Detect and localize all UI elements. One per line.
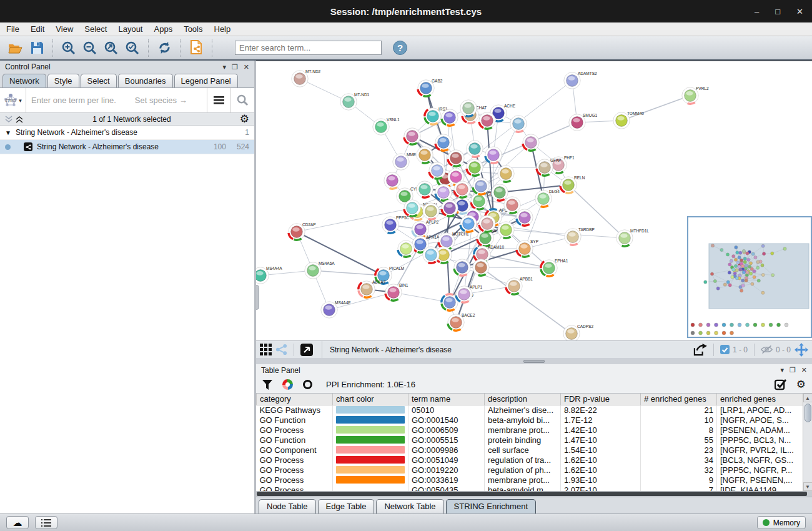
close-button[interactable]: ✕ xyxy=(796,7,803,16)
protein-node[interactable] xyxy=(381,169,404,192)
protein-node[interactable]: TOMM40 xyxy=(613,111,645,129)
share-view-icon[interactable] xyxy=(275,344,287,355)
maximize-button[interactable]: □ xyxy=(775,7,780,16)
export-network-icon[interactable] xyxy=(693,344,707,356)
protein-node[interactable]: MTHFD1L xyxy=(613,227,650,250)
table-panel-close-icon[interactable]: ✕ xyxy=(801,366,807,374)
tab-legend-panel[interactable]: Legend Panel xyxy=(174,74,238,87)
network-canvas[interactable]: MT-ND2MT-ND1VSNL1GAB2IRS1CHATACHEADAMTS2… xyxy=(256,61,812,340)
protein-node[interactable]: VSNL1 xyxy=(373,117,400,135)
tree-expand-icon[interactable]: ▼ xyxy=(5,129,11,136)
protein-node[interactable]: MME xyxy=(393,152,417,170)
panel-float-icon[interactable]: ❐ xyxy=(232,63,238,71)
panel-close-icon[interactable]: ✕ xyxy=(244,63,249,71)
birdseye-view[interactable] xyxy=(687,216,812,338)
tab-style[interactable]: Style xyxy=(47,74,79,87)
protein-node[interactable]: MT-ND1 xyxy=(340,92,370,110)
column-header[interactable]: enriched genes xyxy=(717,394,803,405)
enrichment-table[interactable]: categorychart colorterm namedescriptionF… xyxy=(256,394,803,491)
menu-tools[interactable]: Tools xyxy=(184,24,202,34)
string-query-input[interactable]: Enter one term per line. Set species → xyxy=(26,96,207,105)
table-settings-gear-icon[interactable]: ⚙ xyxy=(796,379,806,390)
filter-icon[interactable] xyxy=(262,380,272,390)
open-session-button[interactable] xyxy=(5,39,26,57)
protein-node[interactable] xyxy=(451,256,474,279)
grid-view-icon[interactable] xyxy=(260,344,272,355)
protein-node[interactable]: PVRL2 xyxy=(679,84,709,107)
tab-edge-table[interactable]: Edge Table xyxy=(318,499,375,514)
canvas-left-grip[interactable] xyxy=(256,285,259,310)
zoom-out-button[interactable] xyxy=(79,39,101,57)
protein-node[interactable] xyxy=(520,131,543,154)
column-header[interactable]: category xyxy=(257,394,333,405)
table-vertical-scrollbar[interactable]: ▲ ▼ xyxy=(803,394,812,491)
protein-node[interactable]: RELN xyxy=(557,174,585,197)
expand-all-icon[interactable] xyxy=(16,116,24,123)
table-row[interactable]: GO Process GO:0033619membrane prot...1.9… xyxy=(257,475,803,485)
network-options-gear-icon[interactable]: ⚙ xyxy=(240,114,249,124)
protein-node[interactable]: DLG4 xyxy=(532,187,560,211)
collapse-all-icon[interactable] xyxy=(5,116,13,123)
menu-layout[interactable]: Layout xyxy=(118,24,142,34)
save-session-button[interactable] xyxy=(26,39,47,57)
search-input[interactable] xyxy=(235,41,382,55)
menu-edit[interactable]: Edit xyxy=(31,24,44,34)
set-species-label[interactable]: Set species → xyxy=(135,96,187,105)
protein-node[interactable]: ABCA7 xyxy=(355,278,386,301)
network-from-file-button[interactable] xyxy=(186,39,207,57)
menu-file[interactable]: File xyxy=(6,24,19,34)
minimize-button[interactable]: – xyxy=(755,7,759,16)
protein-node[interactable]: MS4A6A xyxy=(305,261,335,279)
protein-node[interactable]: BACE2 xyxy=(445,311,475,334)
protein-node[interactable]: MS4A4E xyxy=(321,300,352,318)
protein-node[interactable]: CADPS2 xyxy=(563,324,594,340)
help-button[interactable]: ? xyxy=(393,41,407,55)
network-collection-row[interactable]: ▼ String Network - Alzheimer's disease 1 xyxy=(0,126,254,140)
refresh-button[interactable] xyxy=(154,39,175,57)
scroll-down-icon[interactable]: ▼ xyxy=(803,482,812,491)
protein-node[interactable]: GAB2 xyxy=(415,77,443,100)
menu-help[interactable]: Help xyxy=(214,24,231,34)
table-row[interactable]: GO Process GO:0051049regulation of tra..… xyxy=(257,455,803,465)
zoom-in-button[interactable] xyxy=(58,39,79,57)
tab-boundaries[interactable]: Boundaries xyxy=(118,74,173,87)
protein-node[interactable]: MT-ND2 xyxy=(292,69,321,87)
zoom-selected-button[interactable] xyxy=(122,39,143,57)
table-panel-collapse-icon[interactable]: ▾ xyxy=(780,366,784,374)
string-search-button[interactable] xyxy=(230,88,254,112)
table-horizontal-scrollbar[interactable] xyxy=(256,491,812,497)
table-row[interactable]: GO Function GO:0005515protein binding1.4… xyxy=(257,435,803,445)
scrollbar-thumb[interactable] xyxy=(805,404,811,422)
table-row[interactable]: GO Process GO:0019220regulation of ph...… xyxy=(257,465,803,475)
tab-string-enrichment[interactable]: STRING Enrichment xyxy=(446,499,536,514)
table-panel-float-icon[interactable]: ❐ xyxy=(790,366,796,374)
protein-node[interactable]: APBB1 xyxy=(503,275,533,298)
protein-node[interactable] xyxy=(482,144,505,167)
panel-collapse-icon[interactable]: ▾ xyxy=(222,63,226,71)
string-options-button[interactable] xyxy=(207,88,230,112)
menu-view[interactable]: View xyxy=(56,24,73,34)
protein-node[interactable]: ADAMTS2 xyxy=(564,71,597,89)
column-header[interactable]: chart color xyxy=(333,394,408,405)
table-row[interactable]: GO Function GO:0001540beta-amyloid bi...… xyxy=(257,415,803,425)
menu-apps[interactable]: Apps xyxy=(154,24,173,34)
tab-node-table[interactable]: Node Table xyxy=(259,499,316,514)
automation-cloud-button[interactable]: ☁ xyxy=(6,516,29,529)
column-header[interactable]: FDR p-value xyxy=(561,394,641,405)
table-row[interactable]: GO Component GO:0009986cell surface1.54E… xyxy=(257,445,803,455)
column-header[interactable]: term name xyxy=(408,394,485,405)
scroll-up-icon[interactable]: ▲ xyxy=(803,394,812,402)
select-rows-icon[interactable] xyxy=(775,379,786,390)
tab-select[interactable]: Select xyxy=(81,74,117,87)
task-history-button[interactable] xyxy=(35,516,57,529)
tab-network-table[interactable]: Network Table xyxy=(376,499,443,514)
enrichment-chart-icon[interactable] xyxy=(282,379,293,390)
protein-node[interactable]: PPP5C xyxy=(379,214,410,237)
protein-node[interactable]: EPHA1 xyxy=(538,257,568,280)
protein-node[interactable] xyxy=(413,178,437,201)
column-header[interactable]: # enriched genes xyxy=(641,394,717,405)
protein-node[interactable]: TARDBP xyxy=(562,226,595,249)
menu-select[interactable]: Select xyxy=(84,24,107,34)
protein-node[interactable] xyxy=(432,131,455,154)
table-row[interactable]: KEGG Pathways 05010Alzheimer's dise...8.… xyxy=(257,405,803,415)
